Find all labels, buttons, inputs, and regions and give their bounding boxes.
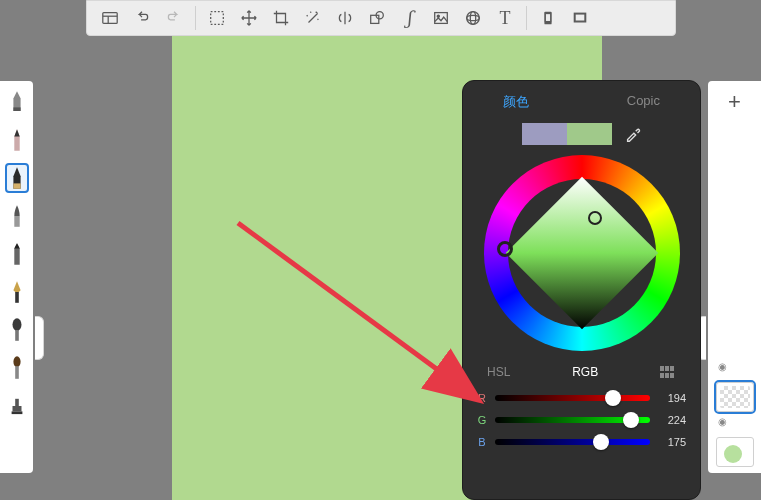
svg-point-7 [437,15,439,17]
nib-tool[interactable] [5,277,29,307]
visibility-icon[interactable]: ◉ [718,416,727,427]
brush-tool[interactable] [5,201,29,231]
svg-rect-26 [15,330,19,341]
slider-g-label: G [477,414,487,426]
swatch-current[interactable] [567,123,612,145]
layer-thumb-1[interactable] [716,382,754,412]
marquee-icon[interactable] [204,5,230,31]
left-panel-handle[interactable] [35,316,44,360]
separator [195,6,196,30]
device-icon[interactable] [535,5,561,31]
svg-point-9 [470,12,475,25]
svg-rect-21 [14,216,19,227]
add-layer-button[interactable]: + [715,87,755,117]
stamp-tool[interactable] [5,391,29,421]
slider-b-label: B [477,436,487,448]
pen-tool[interactable] [5,163,29,193]
layer-thumb-2[interactable] [716,437,754,467]
magic-wand-icon[interactable] [300,5,326,31]
svg-rect-20 [13,183,20,188]
svg-rect-6 [435,13,448,24]
svg-point-27 [13,356,20,367]
mode-hsl[interactable]: HSL [487,365,510,379]
slider-b-track[interactable] [495,439,650,445]
text-icon[interactable]: T [492,5,518,31]
mode-rgb[interactable]: RGB [572,365,598,379]
swatch-previous[interactable] [522,123,567,145]
slider-g-value: 224 [658,414,686,426]
svg-rect-16 [13,107,20,111]
mirror-icon[interactable] [332,5,358,31]
slider-r-knob[interactable] [605,390,621,406]
tab-copic[interactable]: Copic [627,93,660,111]
slider-g-knob[interactable] [623,412,639,428]
hue-marker[interactable] [497,241,513,257]
crop-icon[interactable] [268,5,294,31]
sv-marker[interactable] [588,211,602,225]
shape-icon[interactable] [364,5,390,31]
top-toolbar: ʃ T [86,0,676,36]
swatches-grid-icon[interactable] [660,366,676,378]
eraser-tool[interactable] [5,87,29,117]
slider-b-knob[interactable] [593,434,609,450]
slider-r-value: 194 [658,392,686,404]
brush-palette [0,81,33,473]
slider-r-track[interactable] [495,395,650,401]
separator [526,6,527,30]
round-brush-tool[interactable] [5,353,29,383]
svg-point-10 [467,12,480,25]
layers-panel: + ◉ ◉ [708,81,761,473]
perspective-icon[interactable] [460,5,486,31]
svg-point-8 [467,15,480,20]
eyedropper-icon[interactable] [624,125,642,143]
svg-rect-12 [545,14,550,22]
svg-rect-0 [103,13,117,24]
image-icon[interactable] [428,5,454,31]
svg-rect-14 [575,14,585,21]
svg-marker-18 [14,129,19,136]
slider-r-label: R [477,392,487,404]
panels-icon[interactable] [97,5,123,31]
tab-color[interactable]: 颜色 [503,93,529,111]
svg-marker-23 [14,243,19,248]
color-swatch[interactable] [522,123,612,145]
svg-rect-24 [15,292,19,303]
fat-brush-tool[interactable] [5,315,29,345]
slider-b: B 175 [477,436,686,448]
color-panel: 颜色 Copic HSL RGB R 194 G 224 B 175 [462,80,701,500]
svg-rect-3 [211,12,224,25]
color-wheel[interactable] [484,155,680,351]
svg-rect-4 [371,15,379,23]
visibility-icon[interactable]: ◉ [718,361,727,372]
fullscreen-icon[interactable] [567,5,593,31]
svg-point-25 [12,318,21,331]
slider-g-track[interactable] [495,417,650,423]
slider-r: R 194 [477,392,686,404]
curve-icon[interactable]: ʃ [396,5,422,31]
svg-rect-31 [11,411,22,414]
marker-tool[interactable] [5,239,29,269]
move-icon[interactable] [236,5,262,31]
svg-rect-28 [15,366,19,379]
undo-icon[interactable] [129,5,155,31]
svg-rect-29 [12,406,21,411]
svg-rect-30 [15,399,19,406]
slider-b-value: 175 [658,436,686,448]
color-panel-tabs: 颜色 Copic [477,93,686,119]
pencil-tool[interactable] [5,125,29,155]
redo-icon[interactable] [161,5,187,31]
slider-g: G 224 [477,414,686,426]
